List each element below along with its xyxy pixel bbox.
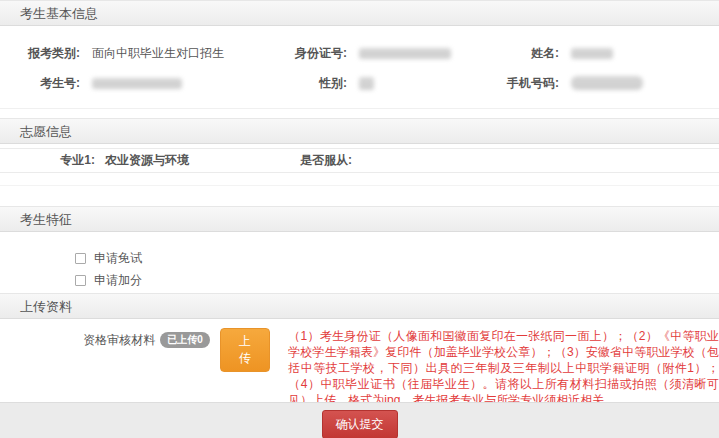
field-examinee-number: 考生号: [0, 75, 283, 92]
exam-category-value: 面向中职毕业生对口招生 [92, 45, 224, 62]
spacer [0, 186, 719, 206]
section-header-upload: 上传资料 [0, 293, 719, 319]
option-apply-exemption[interactable]: 申请免试 [75, 247, 719, 269]
field-name: 姓名: [501, 45, 719, 62]
field-exam-category: 报考类别: 面向中职毕业生对口招生 [0, 45, 283, 62]
obey-adjustment-label: 是否服从: [300, 153, 352, 167]
major-1-label: 专业1: [0, 152, 95, 169]
examinee-number-value-redacted [92, 78, 182, 89]
field-gender: 性别: [283, 75, 501, 92]
apply-bonus-points-label: 申请加分 [94, 272, 142, 289]
field-phone: 手机号码: [501, 75, 719, 92]
section-title-characteristics: 考生特征 [20, 212, 72, 227]
basic-info-row-1: 报考类别: 面向中职毕业生对口招生 身份证号: 姓名: [0, 38, 719, 68]
id-number-value-redacted [359, 48, 451, 59]
gender-value-redacted [359, 77, 374, 90]
basic-info-row-2: 考生号: 性别: 手机号码: [0, 68, 719, 98]
characteristics-content: 申请免试 申请加分 [0, 232, 719, 293]
phone-value-redacted [571, 76, 643, 90]
phone-label: 手机号码: [501, 75, 559, 92]
major-1-value: 农业资源与环境 [105, 152, 189, 169]
major-row-empty [0, 173, 719, 186]
confirm-submit-button[interactable]: 确认提交 [322, 410, 398, 438]
apply-exemption-label: 申请免试 [94, 250, 142, 267]
apply-exemption-checkbox[interactable] [75, 253, 86, 264]
section-title-upload: 上传资料 [20, 299, 72, 314]
id-number-label: 身份证号: [283, 45, 347, 62]
preference-section: 志愿信息 专业1: 农业资源与环境 是否服从: [0, 118, 719, 206]
field-id-number: 身份证号: [283, 45, 501, 62]
section-header-preference: 志愿信息 [0, 118, 719, 144]
basic-info-content: 报考类别: 面向中职毕业生对口招生 身份证号: 姓名: 考生号: 性别: 手机号… [0, 26, 719, 109]
field-obey-adjustment: 是否服从: [300, 152, 352, 169]
section-header-basic-info: 考生基本信息 [0, 0, 719, 26]
upload-content: 资格审核材料 已上传0 上传 （1）考生身份证（人像面和国徽面复印在一张纸同一面… [0, 319, 719, 409]
section-header-characteristics: 考生特征 [0, 206, 719, 232]
section-title-preference: 志愿信息 [20, 124, 72, 139]
section-title-basic-info: 考生基本信息 [20, 6, 98, 21]
upload-instructions-text: （1）考生身份证（人像面和国徽面复印在一张纸同一面上）；（2）《中等职业学校学生… [288, 328, 719, 408]
field-major-1: 专业1: 农业资源与环境 [0, 152, 300, 169]
examinee-number-label: 考生号: [0, 75, 80, 92]
option-apply-bonus-points[interactable]: 申请加分 [75, 269, 719, 291]
major-row: 专业1: 农业资源与环境 是否服从: [0, 148, 719, 173]
upload-button[interactable]: 上传 [220, 328, 271, 372]
exam-category-label: 报考类别: [0, 45, 80, 62]
qualification-material-label: 资格审核材料 [0, 328, 155, 352]
name-label: 姓名: [501, 45, 559, 62]
apply-bonus-points-checkbox[interactable] [75, 275, 86, 286]
name-value-redacted [571, 48, 613, 59]
uploaded-count-badge: 已上传0 [160, 332, 210, 348]
footer-bar: 确认提交 [0, 402, 719, 438]
gender-label: 性别: [283, 75, 347, 92]
